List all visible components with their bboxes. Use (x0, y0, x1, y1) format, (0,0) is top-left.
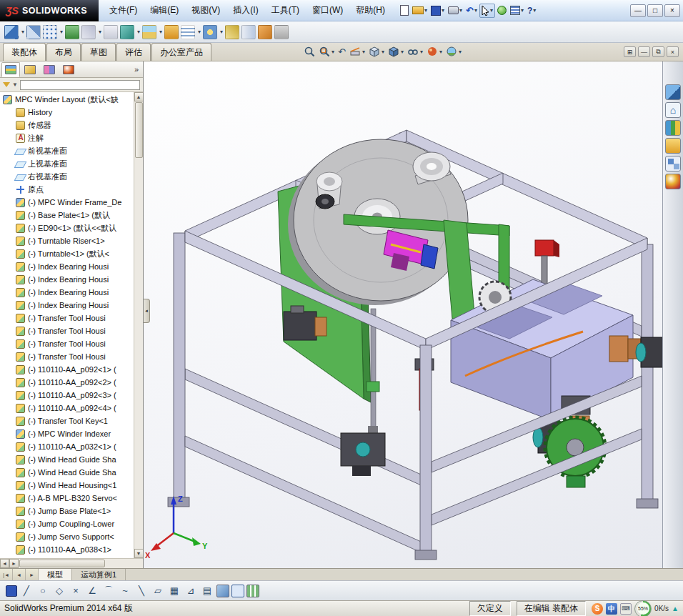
sketch-line-icon[interactable] (19, 584, 34, 598)
dropdown-icon[interactable] (220, 29, 223, 35)
tree-horizontal-scrollbar[interactable] (0, 558, 143, 568)
feature-tree-item[interactable]: (-) Jump Servo Support< (0, 530, 143, 543)
tab-motion-study-1[interactable]: 运动算例1 (72, 569, 126, 580)
menu-insert[interactable]: 插入(I) (226, 1, 264, 19)
filter-funnel-icon[interactable] (3, 82, 10, 87)
feature-tree-item[interactable]: (-) MPC Winder Indexer (0, 427, 143, 440)
curve-icon[interactable] (241, 25, 256, 39)
custom-properties-icon[interactable] (665, 174, 681, 189)
open-button[interactable] (411, 5, 429, 16)
dropdown-icon[interactable] (439, 49, 442, 55)
explode-line-sketch-icon[interactable] (225, 25, 239, 39)
menu-edit[interactable]: 编辑(E) (144, 1, 185, 19)
display-style-button[interactable] (387, 45, 404, 58)
scrollbar-thumb[interactable] (19, 560, 105, 567)
tab-scroll-first-icon[interactable] (0, 569, 13, 580)
dropdown-icon[interactable] (198, 29, 201, 35)
keyboard-icon[interactable] (620, 603, 632, 615)
doc-close-button[interactable] (667, 46, 679, 57)
feature-tree-item[interactable]: (-) Index Bearing Housi (0, 273, 143, 286)
feature-tree-item[interactable]: 原点 (0, 183, 143, 196)
new-button[interactable] (399, 4, 410, 17)
scrollbar-thumb[interactable] (135, 102, 143, 158)
panel-tabs-overflow-button[interactable]: » (134, 65, 143, 74)
options-button[interactable] (509, 4, 525, 16)
dropdown-icon[interactable] (442, 7, 444, 14)
sketch-spline-icon[interactable] (118, 584, 132, 598)
scroll-right-icon[interactable] (9, 559, 19, 568)
tab-sketch[interactable]: 草图 (81, 43, 116, 61)
battery-gauge[interactable]: 55% (634, 600, 652, 616)
menu-help[interactable]: 帮助(H) (349, 1, 392, 19)
view-palette-icon[interactable] (665, 138, 681, 154)
feature-tree-item[interactable]: (-) Jump Coupling-Lower (0, 517, 143, 530)
feature-tree-item[interactable]: (-) Transfer Tool Housi (0, 337, 143, 350)
filter-dropdown-icon[interactable] (12, 81, 18, 88)
scroll-down-icon[interactable] (134, 549, 144, 558)
feature-tree-item[interactable]: (-) Index Bearing Housi (0, 260, 143, 273)
save-icon[interactable] (6, 585, 17, 597)
new-motion-study-icon[interactable] (164, 25, 179, 39)
feature-tree-item[interactable]: (-) Index Bearing Housi (0, 286, 143, 299)
menu-tools[interactable]: 工具(T) (265, 1, 306, 19)
tab-model[interactable]: 模型 (39, 569, 72, 580)
mate-icon[interactable] (26, 25, 41, 39)
insert-components-icon[interactable] (4, 25, 19, 39)
dropdown-icon[interactable] (99, 29, 101, 35)
feature-tree-item[interactable]: (-) 110110-AA_p092<2> ( (0, 376, 143, 389)
feature-tree-item[interactable]: (-) 110110-AA_p092<3> ( (0, 389, 143, 402)
feature-tree-item[interactable]: 前视基准面 (0, 144, 143, 157)
dropdown-icon[interactable] (362, 49, 365, 55)
tray-up-arrow-icon[interactable] (672, 605, 679, 612)
menu-view[interactable]: 视图(V) (185, 1, 226, 19)
feature-tree-item[interactable]: (-) Transfer Tool Housi (0, 312, 143, 324)
dropdown-icon[interactable] (533, 7, 536, 14)
tab-assembly[interactable]: 装配体 (3, 43, 46, 61)
tree-filter-input[interactable] (20, 80, 140, 90)
previous-view-button[interactable] (337, 46, 347, 58)
linear-component-pattern-icon[interactable] (43, 25, 57, 39)
feature-tree-item[interactable]: History (0, 106, 143, 119)
featuremanager-tree-tab[interactable] (1, 62, 20, 77)
tab-layout[interactable]: 布局 (46, 43, 81, 61)
external-reference-icon[interactable] (274, 25, 289, 39)
tree-vertical-scrollbar[interactable] (134, 92, 143, 558)
select-button[interactable] (479, 4, 495, 18)
feature-tree-item[interactable]: 上视基准面 (0, 157, 143, 170)
feature-tree-item[interactable]: (-) 110110-AA_p092<1> ( (0, 363, 143, 376)
lower-drive-unit[interactable] (341, 433, 385, 476)
feature-tree-item[interactable]: (-) 110110-AA_p038<1> (0, 543, 143, 556)
sketch-mirror-icon[interactable] (134, 584, 149, 598)
doc-pin-button[interactable] (624, 46, 636, 57)
scroll-up-icon[interactable] (134, 92, 144, 101)
sketch-arc-icon[interactable] (101, 584, 116, 598)
assembly-features-icon[interactable] (120, 25, 134, 39)
feature-tree-item[interactable]: 注解 (0, 131, 143, 144)
apply-scene-button[interactable] (445, 45, 462, 58)
maximize-button[interactable] (647, 4, 663, 17)
feature-tree-item[interactable]: (-) Transfer Tool Housi (0, 350, 143, 363)
tab-scroll-right-icon[interactable] (26, 569, 39, 580)
ime-language-icon[interactable]: 中 (606, 603, 617, 615)
file-explorer-icon[interactable] (665, 120, 681, 136)
menu-file[interactable]: 文件(F) (103, 1, 144, 19)
feature-tree-item[interactable]: (-) Jump Base Plate<1> (0, 505, 143, 517)
sogou-ime-icon[interactable]: S (592, 603, 603, 615)
feature-tree-item[interactable]: (-) Base Plate<1> (默认 (0, 209, 143, 222)
sketch-triangle-icon[interactable] (184, 584, 198, 598)
configurationmanager-tab[interactable] (40, 62, 59, 77)
dropdown-icon[interactable] (137, 29, 140, 35)
dropdown-icon[interactable] (382, 49, 384, 55)
feature-tree-item[interactable]: (-) Wind Head Housing<1 (0, 479, 143, 492)
feature-tree-item[interactable]: (-) Wind Head Guide Sha (0, 466, 143, 479)
hide-show-items-button[interactable] (407, 45, 424, 58)
doc-restore-button[interactable] (652, 46, 664, 57)
dropdown-icon[interactable] (474, 7, 477, 14)
sketch-hatch-icon[interactable] (200, 584, 214, 598)
feature-tree-item[interactable]: (-) Turntable Riser<1> (0, 234, 143, 247)
show-hidden-components-icon[interactable] (104, 25, 118, 39)
reference-geometry-icon[interactable] (142, 25, 156, 39)
view-orientation-button[interactable] (368, 45, 385, 58)
feature-tree-item[interactable]: (-) 110110-AA_p032<1> ( (0, 440, 143, 453)
feature-tree-item[interactable]: 传感器 (0, 119, 143, 131)
